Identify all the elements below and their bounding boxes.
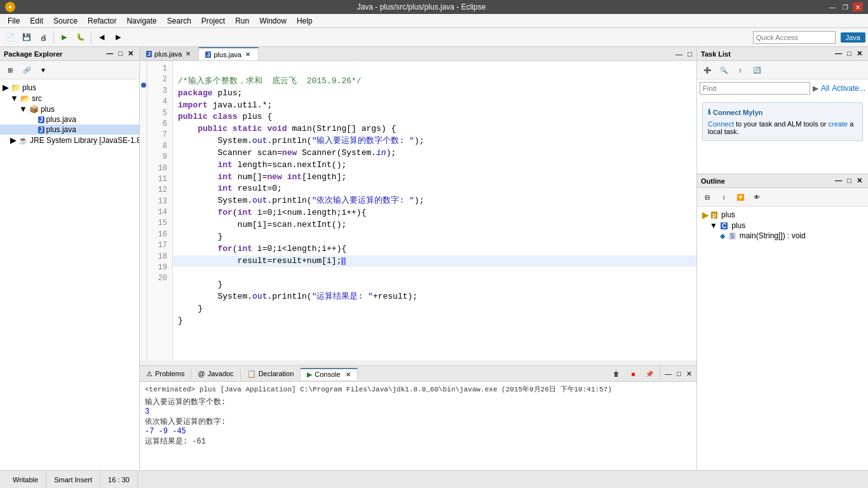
tab-close-2[interactable]: ✕ <box>244 51 252 58</box>
declaration-tab[interactable]: 📋 Declaration <box>241 369 301 379</box>
task-filter-button[interactable]: 🔍 <box>716 62 731 78</box>
console-terminated-line: <terminated> plus [Java Application] C:\… <box>145 384 691 394</box>
outline-max[interactable]: □ <box>845 176 853 186</box>
save-button[interactable]: 💾 <box>19 30 34 45</box>
outline-hide-button[interactable]: 👁 <box>749 189 764 205</box>
tree-item-plus-java-2[interactable]: J plus.java <box>0 125 139 135</box>
java-perspective-button[interactable]: Java <box>841 32 865 43</box>
print-button[interactable]: 🖨 <box>36 30 51 45</box>
tree-item-plus-package[interactable]: ▼ 📦 plus <box>0 104 139 114</box>
run-button[interactable]: ▶ <box>57 30 72 45</box>
minimize-panel-button[interactable]: — <box>104 49 115 58</box>
code-line-12: for(int i=0;i<num.length;i++){ <box>178 208 366 217</box>
maximize-panel-button[interactable]: □ <box>116 49 125 58</box>
close-panel-button[interactable]: ✕ <box>126 49 135 58</box>
panel-header-icons: — □ ✕ <box>104 49 135 58</box>
console-pin-button[interactable]: 📌 <box>642 366 657 381</box>
menubar-item-run[interactable]: Run <box>230 15 254 27</box>
tree-item-jre[interactable]: ▶ ☕ JRE System Library [JavaSE-1.8] <box>0 135 139 146</box>
code-editor[interactable]: 1 2 3 4 5 6 7 8 9 10 11 12 13 14 15 16 1… <box>140 61 696 360</box>
connect-mylyn-heading: Connect Mylyn <box>713 109 763 116</box>
outline-item-plus-root[interactable]: ▶ p plus <box>700 209 865 220</box>
outline-item-plus-class[interactable]: ▼ C plus <box>700 220 865 231</box>
menubar-item-file[interactable]: File <box>3 15 25 27</box>
task-sort-button[interactable]: ↕ <box>733 62 748 78</box>
task-find-input[interactable] <box>700 82 810 95</box>
ln-19: 19 <box>150 262 167 273</box>
editor-tab-2[interactable]: J plus.java ✕ <box>199 47 258 60</box>
console-output-5: 运算结果是: -61 <box>145 436 691 447</box>
connect-link[interactable]: Connect <box>708 120 734 128</box>
expand-icon: ▶ <box>10 135 17 145</box>
close-button[interactable]: ✕ <box>853 3 863 11</box>
bottom-max-button[interactable]: □ <box>675 369 683 378</box>
menubar-item-edit[interactable]: Edit <box>25 15 48 27</box>
menubar-item-navigate[interactable]: Navigate <box>121 15 161 27</box>
code-line-7: Scanner scan=new Scanner(System.in); <box>178 148 396 158</box>
menubar-item-window[interactable]: Window <box>254 15 292 27</box>
problems-tab[interactable]: ⚠ Problems <box>140 369 191 379</box>
task-list-title: Task List <box>701 50 731 58</box>
menubar-item-project[interactable]: Project <box>196 15 230 27</box>
task-list-max[interactable]: □ <box>845 49 853 58</box>
console-output-3: 依次输入要运算的数字: <box>145 416 691 427</box>
collapse-all-button[interactable]: ⊞ <box>3 62 18 78</box>
outline-sort-button[interactable]: ↕ <box>716 189 731 205</box>
new-task-button[interactable]: ➕ <box>700 62 715 78</box>
toolbar: 📄 💾 🖨 ▶ 🐛 ◀ ▶ Java <box>0 28 868 47</box>
package-explorer-title: Package Explorer <box>4 50 62 58</box>
console-close[interactable]: ✕ <box>346 371 351 378</box>
javadoc-tab[interactable]: @ Javadoc <box>191 369 240 379</box>
horizontal-scrollbar[interactable] <box>140 360 696 365</box>
clear-console-button[interactable]: 🗑 <box>609 366 624 381</box>
problems-icon: ⚠ <box>146 370 153 378</box>
editor-max-button[interactable]: □ <box>686 50 694 58</box>
console-tab[interactable]: ▶ Console ✕ <box>301 368 357 380</box>
editor-min-button[interactable]: — <box>674 50 684 58</box>
status-writable: Writable <box>5 471 46 488</box>
menubar-item-help[interactable]: Help <box>292 15 318 27</box>
task-sync-button[interactable]: 🔄 <box>749 62 764 78</box>
tree-item-plus-project[interactable]: ▶ 📁 plus <box>0 82 139 93</box>
outline-close[interactable]: ✕ <box>855 176 864 186</box>
tree-item-plus-java-1[interactable]: J plus.java <box>0 114 139 125</box>
maximize-button[interactable]: ❐ <box>840 3 850 11</box>
info-icon: ℹ <box>708 108 710 116</box>
code-line-2: package plus; <box>178 88 242 98</box>
problems-label: Problems <box>155 370 184 377</box>
pkg-menu-button[interactable]: ▼ <box>36 62 51 78</box>
new-button[interactable]: 📄 <box>3 30 18 45</box>
bottom-close-button[interactable]: ✕ <box>684 369 694 379</box>
debug-button[interactable]: 🐛 <box>73 30 88 45</box>
terminate-button[interactable]: ■ <box>625 366 641 381</box>
outline-filter-button[interactable]: 🔽 <box>733 189 748 205</box>
code-line-14: } <box>178 232 222 241</box>
forward-button[interactable]: ▶ <box>111 30 126 45</box>
tab-close-1[interactable]: ✕ <box>184 50 192 57</box>
link-with-editor-button[interactable]: 🔗 <box>19 62 34 78</box>
quick-access-input[interactable] <box>753 31 836 44</box>
outline-panel: Outline — □ ✕ ⊟ ↕ 🔽 👁 ▶ p plus <box>697 174 868 470</box>
editor-tab-1[interactable]: J plus.java ✕ <box>140 47 199 60</box>
outline-min[interactable]: — <box>833 176 844 186</box>
code-content[interactable]: /*输入多个整数，求和 底云飞 2015.9.26*/ package plus… <box>173 61 696 360</box>
code-line-10: int result=0; <box>178 184 282 193</box>
menubar-item-refactor[interactable]: Refactor <box>83 15 121 27</box>
console-sep <box>660 367 660 380</box>
outline-class-icon-root: ▶ <box>702 210 709 220</box>
bottom-min-button[interactable]: — <box>663 369 674 378</box>
ln-9: 9 <box>150 152 167 163</box>
task-list-close[interactable]: ✕ <box>855 49 864 58</box>
code-line-6: System.out.println("输入要运算的数字个数: "); <box>178 136 424 146</box>
all-label[interactable]: All <box>821 84 829 93</box>
back-button[interactable]: ◀ <box>94 30 109 45</box>
menubar-item-source[interactable]: Source <box>48 15 83 27</box>
task-list-min[interactable]: — <box>833 49 844 58</box>
tree-item-src[interactable]: ▼ 📂 src <box>0 93 139 104</box>
menubar-item-search[interactable]: Search <box>162 15 196 27</box>
create-link[interactable]: create <box>829 120 848 128</box>
activate-label[interactable]: Activate... <box>832 84 865 93</box>
minimize-button[interactable]: — <box>827 3 837 11</box>
outline-collapse-button[interactable]: ⊟ <box>700 189 715 205</box>
outline-item-main[interactable]: ◆ S main(String[]) : void <box>700 231 865 241</box>
